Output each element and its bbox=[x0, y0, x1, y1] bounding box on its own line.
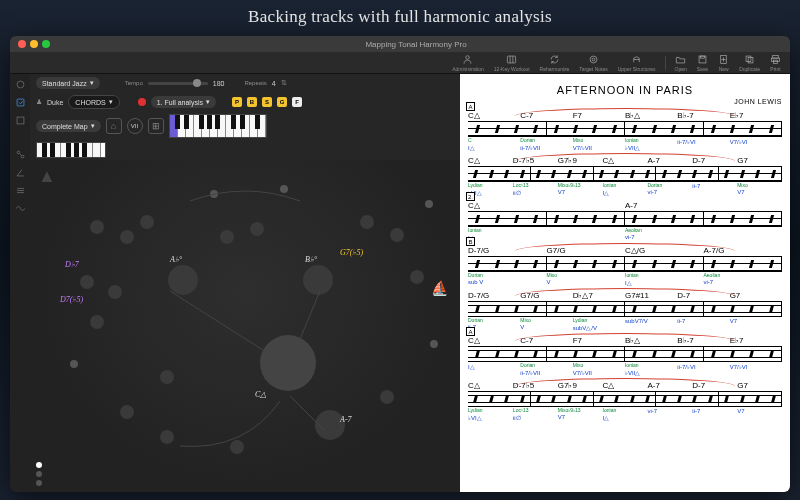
map-node[interactable] bbox=[410, 270, 424, 284]
map-node[interactable] bbox=[280, 185, 288, 193]
staff[interactable] bbox=[468, 166, 782, 182]
map-node[interactable] bbox=[140, 215, 154, 229]
sidebar-wave-icon[interactable] bbox=[14, 202, 26, 214]
chord-symbol[interactable]: B♭-7 bbox=[677, 111, 729, 121]
chord-symbol[interactable]: C△ bbox=[603, 156, 648, 166]
measure[interactable] bbox=[704, 257, 783, 271]
window-controls[interactable] bbox=[18, 40, 50, 48]
measure[interactable] bbox=[704, 212, 783, 226]
chord-symbol[interactable]: G7/G bbox=[520, 291, 572, 301]
chord-symbol[interactable]: D-7 bbox=[692, 156, 737, 166]
chord-symbol[interactable]: G7♭9 bbox=[558, 156, 603, 166]
staff[interactable] bbox=[468, 256, 782, 272]
circle-button[interactable]: VII bbox=[127, 118, 143, 134]
chord-symbol[interactable]: D-7 bbox=[677, 291, 729, 301]
page-indicator[interactable] bbox=[36, 462, 42, 486]
tempo-slider[interactable] bbox=[148, 82, 208, 85]
sidebar-grid-icon[interactable] bbox=[14, 184, 26, 196]
measure[interactable] bbox=[719, 392, 782, 406]
chord-symbol[interactable]: E♭7 bbox=[730, 336, 782, 346]
sidebar-tool-3[interactable] bbox=[14, 114, 26, 126]
badge-b[interactable]: B bbox=[247, 97, 257, 107]
measure[interactable] bbox=[468, 302, 547, 316]
map-node[interactable] bbox=[430, 340, 438, 348]
analysis-mode-selector[interactable]: 1. Full analysis▾ bbox=[151, 96, 216, 108]
page-dot[interactable] bbox=[36, 471, 42, 477]
chord-symbol[interactable]: A-7/G bbox=[704, 246, 783, 256]
piano-keyboard[interactable] bbox=[169, 114, 267, 138]
measure[interactable] bbox=[625, 122, 704, 136]
staff[interactable] bbox=[468, 346, 782, 362]
measure[interactable] bbox=[468, 167, 531, 181]
map-node[interactable] bbox=[90, 315, 104, 329]
chord-symbol[interactable]: C-7 bbox=[520, 111, 572, 121]
sidebar-tool-2[interactable] bbox=[14, 96, 26, 108]
map-node[interactable] bbox=[260, 335, 316, 391]
home-button[interactable]: ⌂ bbox=[106, 118, 122, 134]
toolbar-12key[interactable]: 12-Key Workout bbox=[491, 54, 533, 72]
toolbar-open[interactable]: Open bbox=[672, 54, 690, 72]
measure[interactable] bbox=[625, 257, 704, 271]
chord-symbol[interactable] bbox=[677, 201, 729, 211]
chord-symbol[interactable]: D-7/G bbox=[468, 291, 520, 301]
chord-symbol[interactable]: F7 bbox=[573, 336, 625, 346]
map-node[interactable] bbox=[90, 220, 104, 234]
measure[interactable] bbox=[531, 392, 594, 406]
measure[interactable] bbox=[547, 302, 626, 316]
measure[interactable] bbox=[704, 347, 783, 361]
map-node[interactable] bbox=[108, 285, 122, 299]
measure[interactable] bbox=[468, 257, 547, 271]
toolbar-print[interactable]: Print bbox=[767, 54, 784, 72]
measure[interactable] bbox=[625, 212, 704, 226]
chord-symbol[interactable]: D-7♭5 bbox=[513, 156, 558, 166]
map-node[interactable] bbox=[120, 405, 134, 419]
chord-symbol[interactable]: A-7 bbox=[647, 156, 692, 166]
map-node[interactable] bbox=[425, 200, 433, 208]
chord-symbol[interactable]: G7 bbox=[730, 291, 782, 301]
measure[interactable] bbox=[468, 212, 547, 226]
zoom-icon[interactable] bbox=[42, 40, 50, 48]
chord-symbol[interactable]: C△ bbox=[468, 336, 520, 346]
measure[interactable] bbox=[656, 392, 719, 406]
measure[interactable] bbox=[547, 212, 626, 226]
measure[interactable] bbox=[594, 167, 657, 181]
toolbar-targetnotes[interactable]: Target Notes bbox=[576, 54, 610, 72]
toolbar-reharmonize[interactable]: Reharmonize bbox=[537, 54, 573, 72]
map-node[interactable] bbox=[210, 190, 218, 198]
minimize-icon[interactable] bbox=[30, 40, 38, 48]
harmony-map[interactable]: ▲ ⛵ C△ A♭° B♭° A-7 G7(♭5) D♭7 D7(♭5) bbox=[30, 160, 460, 492]
chord-symbol[interactable]: B♭△ bbox=[625, 111, 677, 121]
staff[interactable] bbox=[468, 301, 782, 317]
sidebar-map-icon[interactable] bbox=[14, 148, 26, 160]
badge-p[interactable]: P bbox=[232, 97, 242, 107]
measure[interactable] bbox=[656, 167, 719, 181]
map-node[interactable] bbox=[360, 215, 374, 229]
chord-symbol[interactable]: C△/G bbox=[625, 246, 704, 256]
map-node[interactable] bbox=[380, 390, 394, 404]
chord-symbol[interactable]: G7 bbox=[737, 381, 782, 391]
toolbar-duplicate[interactable]: Duplicate bbox=[736, 54, 763, 72]
chord-symbol[interactable]: C△ bbox=[468, 381, 513, 391]
chord-symbol[interactable]: G7#11 bbox=[625, 291, 677, 301]
chord-symbol[interactable]: C△ bbox=[468, 111, 520, 121]
page-dot[interactable] bbox=[36, 480, 42, 486]
map-node[interactable] bbox=[80, 275, 94, 289]
measure[interactable] bbox=[594, 392, 657, 406]
chord-symbol[interactable]: D♭△7 bbox=[573, 291, 625, 301]
chord-symbol[interactable] bbox=[573, 201, 625, 211]
chord-symbol[interactable]: F7 bbox=[573, 111, 625, 121]
chord-symbol[interactable]: C△ bbox=[603, 381, 648, 391]
measure[interactable] bbox=[468, 392, 531, 406]
measure[interactable] bbox=[625, 302, 704, 316]
chord-symbol[interactable] bbox=[730, 201, 782, 211]
measure[interactable] bbox=[468, 122, 547, 136]
map-node[interactable] bbox=[230, 440, 244, 454]
measure[interactable] bbox=[704, 122, 783, 136]
sidebar-angle-icon[interactable] bbox=[14, 166, 26, 178]
measure[interactable] bbox=[531, 167, 594, 181]
chord-symbol[interactable]: B♭-7 bbox=[677, 336, 729, 346]
map-node[interactable] bbox=[220, 230, 234, 244]
badge-s[interactable]: S bbox=[262, 97, 272, 107]
measure[interactable] bbox=[547, 122, 626, 136]
chord-symbol[interactable]: C△ bbox=[468, 201, 520, 211]
